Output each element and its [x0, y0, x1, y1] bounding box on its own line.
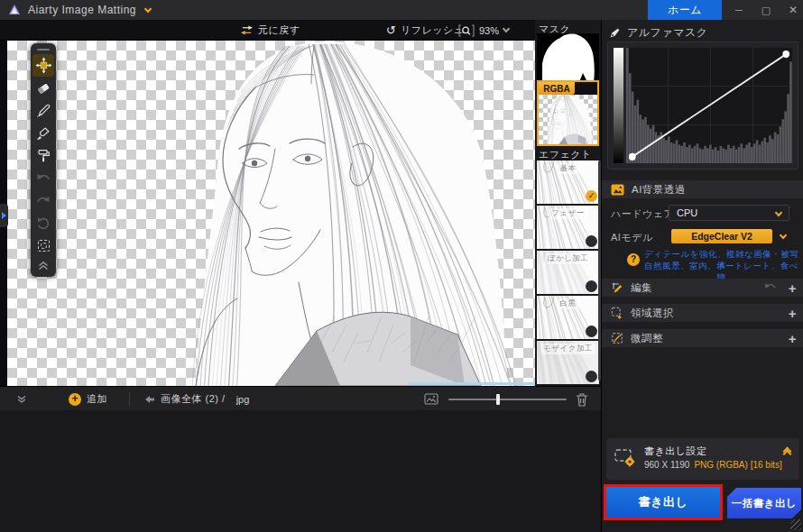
export-settings-title: 書き出し設定 — [644, 445, 707, 458]
add-image-button[interactable]: + 追加 — [69, 387, 107, 411]
mask-silhouette — [537, 33, 599, 82]
export-collapse-chevrons-icon[interactable] — [784, 452, 790, 457]
curve-endpoint-low[interactable] — [629, 153, 636, 161]
filmstrip-collapse-button[interactable] — [16, 387, 27, 411]
picture-icon — [611, 184, 624, 196]
redo-tool-button[interactable] — [32, 189, 54, 212]
alpha-mask-header: アルファマスク — [609, 25, 707, 41]
trash-icon[interactable] — [576, 392, 588, 407]
effect-check-icon[interactable]: ✓ — [586, 235, 597, 247]
marquee-tool-button[interactable] — [32, 234, 54, 257]
right-panel: アルファマスク AI背景透過 ハードウェア CPU — [601, 20, 803, 532]
move-tool-button[interactable] — [32, 54, 54, 77]
brush-tool-button[interactable] — [32, 122, 54, 144]
zoom-control[interactable]: 93% — [458, 20, 509, 41]
effect-check-icon[interactable]: ✓ — [586, 371, 597, 382]
region-expand-plus[interactable]: + — [789, 304, 797, 322]
eraser-tool-button[interactable] — [32, 77, 54, 99]
minimize-button[interactable]: ─ — [727, 0, 751, 20]
palette-drag-handle[interactable] — [37, 49, 50, 50]
model-label: AIモデル — [611, 231, 653, 244]
canvas-scroll-indicator[interactable] — [409, 382, 535, 385]
resize-grip[interactable] — [790, 519, 801, 530]
histogram-plot[interactable] — [626, 48, 792, 163]
edit-undo-icon[interactable] — [763, 280, 777, 294]
batch-export-button[interactable]: 一括書き出し — [727, 488, 801, 518]
roller-tool-button[interactable] — [32, 144, 54, 167]
left-panel-expand-tab[interactable] — [0, 204, 8, 227]
fine-tune-label: 微調整 — [631, 332, 663, 345]
region-select-icon — [611, 307, 623, 319]
help-icon[interactable]: ? — [627, 253, 640, 266]
effect-item-feather[interactable]: フェザー ✓ — [537, 206, 599, 249]
eraser-icon — [35, 80, 51, 96]
refresh-button[interactable]: ↺ リフレッシュ — [386, 20, 464, 41]
effect-item-mosaic[interactable]: モザイク加工 ✓ — [537, 341, 599, 384]
divider — [129, 392, 130, 406]
effect-label: 白黒 — [558, 298, 579, 309]
home-button[interactable]: ホーム — [648, 0, 722, 20]
model-chevron-icon[interactable] — [780, 232, 787, 239]
filmstrip-toolbar: + 追加 画像全体 (2) / jpg — [0, 386, 601, 410]
undo-restore-button[interactable]: 元に戻す — [240, 20, 300, 41]
slider-handle[interactable] — [496, 394, 500, 405]
app-title: Aiarty Image Matting — [28, 4, 136, 16]
redo-icon — [35, 193, 51, 209]
mask-thumbnail[interactable] — [537, 33, 599, 82]
effect-item-blur[interactable]: ぼかし加工 ✓ — [537, 251, 599, 294]
marquee-icon — [38, 240, 50, 252]
effect-check-icon[interactable]: ✓ — [586, 190, 597, 202]
export-button-highlight: 書き出し — [604, 484, 723, 520]
curve-line[interactable] — [626, 48, 792, 163]
ai-matting-section[interactable]: AI背景透過 — [602, 180, 803, 198]
palette-collapse-button[interactable] — [32, 257, 54, 273]
effect-item-basic[interactable]: 基本 ✓ — [537, 161, 599, 204]
alpha-histogram-panel — [607, 41, 798, 170]
fine-tune-expand-plus[interactable]: + — [789, 329, 797, 347]
pencil-tool-button[interactable] — [32, 99, 54, 122]
hardware-value: CPU — [677, 207, 697, 218]
effect-check-icon[interactable]: ✓ — [586, 326, 597, 337]
reset-rotate-tool-button[interactable] — [32, 212, 54, 234]
close-button[interactable]: ✕ — [781, 0, 803, 20]
model-select-button[interactable]: EdgeClear V2 — [671, 229, 772, 243]
undo-tool-button[interactable] — [32, 167, 54, 189]
chevron-double-up-icon — [37, 261, 50, 271]
titlebar: Aiarty Image Matting ホーム ─ ▢ ✕ — [0, 0, 803, 20]
effects-header: エフェクト — [539, 148, 592, 161]
hardware-select[interactable]: CPU — [669, 205, 789, 221]
add-label: 追加 — [87, 392, 107, 406]
app-menu-chevron-icon[interactable] — [144, 5, 152, 12]
region-select-section[interactable]: 領域選択 + — [602, 304, 803, 322]
maximize-button[interactable]: ▢ — [754, 0, 778, 20]
app-window: Aiarty Image Matting ホーム ─ ▢ ✕ 元に戻す ↺ リフ… — [0, 0, 803, 532]
group-back-button[interactable]: 画像全体 (2) / jpg — [144, 387, 249, 411]
edit-section[interactable]: 編集 + — [602, 279, 803, 297]
canvas-viewport[interactable] — [7, 41, 535, 386]
effect-label: ぼかし加工 — [545, 253, 592, 264]
thumb-size-slider[interactable] — [448, 399, 567, 400]
export-settings-box[interactable]: 書き出し設定 960 X 1190PNG (RGBA) [16 bits] — [606, 438, 799, 480]
effect-item-bw[interactable]: 白黒 ✓ — [537, 296, 599, 339]
refresh-icon: ↺ — [386, 23, 396, 37]
zoom-chevron-icon[interactable] — [503, 25, 510, 32]
edit-expand-plus[interactable]: + — [789, 279, 797, 297]
rgba-tag: RGBA — [539, 82, 575, 95]
export-format: PNG (RGBA) [16 bits] — [694, 460, 781, 470]
crop-pen-icon — [611, 281, 623, 294]
alpha-mask-title: アルファマスク — [627, 25, 707, 41]
rgba-thumbnail[interactable]: RGBA — [537, 80, 599, 146]
gradient-ramp — [614, 48, 623, 163]
effect-check-icon[interactable]: ✓ — [586, 280, 597, 292]
back-arrow-icon — [144, 395, 155, 404]
fine-tune-section[interactable]: 微調整 + — [602, 329, 803, 347]
paint-roller-icon — [35, 148, 51, 164]
rotate-ccw-icon — [35, 216, 51, 232]
export-settings-icon — [614, 448, 636, 468]
mask-effects-strip: マスク RGBA エフェクト 基本 ✓ フェザー ✓ — [535, 20, 601, 386]
effect-label: モザイク加工 — [540, 344, 595, 354]
export-button[interactable]: 書き出し — [606, 487, 720, 518]
curve-endpoint-high[interactable] — [782, 50, 789, 58]
zoom-value: 93% — [479, 25, 499, 36]
portrait-sketch — [140, 41, 535, 386]
